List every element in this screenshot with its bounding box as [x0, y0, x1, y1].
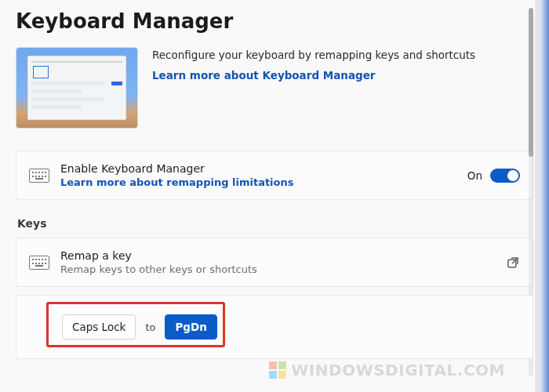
key-chip-to[interactable]: PgDn: [165, 314, 216, 339]
key-mapping-row: Caps Lock to PgDn: [53, 314, 517, 339]
key-chip-from[interactable]: Caps Lock: [62, 314, 136, 339]
scrollbar-thumb[interactable]: [529, 8, 533, 157]
mapping-card: Caps Lock to PgDn: [16, 295, 533, 359]
keyboard-icon: [29, 256, 49, 270]
watermark: WINDOWSDIGITAL.COM: [269, 361, 505, 379]
enable-card: Enable Keyboard Manager Learn more about…: [16, 151, 533, 200]
remap-subtitle: Remap keys to other keys or shortcuts: [60, 263, 495, 275]
page-title: Keyboard Manager: [16, 0, 533, 47]
keyboard-icon: [29, 169, 49, 183]
remapping-limitations-link[interactable]: Learn more about remapping limitations: [60, 176, 456, 188]
toggle-state-label: On: [467, 169, 482, 182]
hero-section: Reconfigure your keyboard by remapping k…: [16, 47, 533, 129]
windows-logo-icon: [269, 361, 286, 379]
enable-toggle[interactable]: [490, 169, 520, 183]
hero-description: Reconfigure your keyboard by remapping k…: [152, 49, 475, 61]
hero-thumbnail: [16, 47, 138, 129]
window-right-edge: [535, 0, 549, 392]
learn-more-link[interactable]: Learn more about Keyboard Manager: [152, 69, 475, 82]
mapping-separator: to: [145, 321, 155, 333]
remap-title: Remap a key: [60, 249, 495, 262]
open-external-icon: [506, 256, 520, 270]
watermark-text: WINDOWSDIGITAL.COM: [291, 361, 505, 379]
enable-title: Enable Keyboard Manager: [60, 162, 456, 175]
remap-key-card[interactable]: Remap a key Remap keys to other keys or …: [16, 238, 533, 287]
keys-section-label: Keys: [17, 217, 533, 230]
